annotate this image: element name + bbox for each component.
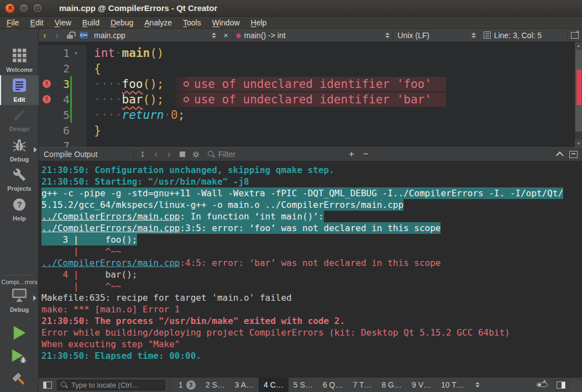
filter-input[interactable] [218,150,279,159]
file-link[interactable]: ../CompilerErrors/main.cpp [41,258,180,268]
editor-line-3[interactable]: ! 3 ····foo(); use of undeclared identif… [39,76,574,92]
code-line[interactable] [87,138,94,147]
maximize-window-icon[interactable] [33,3,43,13]
output-pane-button-6[interactable]: 6 Q… [318,378,348,392]
run-button[interactable] [0,325,39,343]
code-line[interactable]: { [87,61,101,76]
error-marker-icon[interactable]: ! [43,80,51,88]
build-button[interactable] [0,372,39,389]
panes-overflow-icon[interactable] [473,382,483,388]
back-icon[interactable]: ‹ [39,30,51,40]
previous-item-icon[interactable]: ‹ [149,149,162,160]
code-line[interactable]: int·main() [87,45,164,61]
output-pane-button-8[interactable]: 8 G… [376,378,407,392]
close-window-icon[interactable]: ✕ [5,3,15,13]
toggle-right-sidebar-icon[interactable] [557,381,565,389]
forward-icon[interactable]: › [51,30,63,40]
code-line[interactable]: ····return·0; [87,107,185,123]
resize-grip[interactable] [570,380,582,392]
code-line[interactable]: ····bar(); [87,92,164,107]
editor-line-5[interactable]: 5 ····return·0; [39,107,574,123]
dock-pane-icon[interactable] [569,151,578,158]
file-link[interactable]: ../CompilerErrors/main.cpp [41,211,180,222]
next-item-icon[interactable]: › [162,149,176,160]
fold-marker-icon[interactable]: ▾ [74,45,78,61]
settings-gear-icon[interactable] [189,149,202,160]
output-pane-button-7[interactable]: 7 T… [348,378,376,392]
gutter[interactable]: 5 [39,107,87,123]
changed-line-bar [70,76,72,92]
sidebar-mode-help[interactable]: ? Help [0,195,39,224]
filter-field[interactable] [207,150,279,159]
editor-line-2[interactable]: 2 { [39,61,574,76]
output-pane-button-2[interactable]: 2 S… [201,378,230,392]
line-ending-selector[interactable]: Unix (LF) [393,31,468,40]
scroll-down-icon[interactable]: ▼ [575,140,582,147]
split-editor-icon[interactable] [571,32,579,39]
menu-window[interactable]: Window [207,17,245,29]
gutter[interactable]: 7 [39,138,87,147]
output-pane-button-9[interactable]: 9 V… [407,378,436,392]
code-editor[interactable]: 1 ▾ int·main() 2 { ! 3 ····foo(); use of… [39,42,582,147]
close-document-icon[interactable]: × [219,30,233,40]
output-text: 21:30:50: Starting: "/usr/bin/make" -j8 [41,176,249,187]
scroll-up-icon[interactable]: ▲ [575,42,582,49]
menu-tools[interactable]: Tools [177,17,207,29]
sidebar-mode-design[interactable]: Design [0,105,39,135]
build-progress-icon[interactable] [537,383,548,387]
sidebar-mode-debug[interactable]: Debug [0,135,39,165]
editor-line-7[interactable]: 7 [39,138,574,147]
menu-file[interactable]: File [1,17,25,29]
output-pane-button-5[interactable]: 5 S… [289,378,318,392]
menu-edit[interactable]: Edit [25,17,49,29]
menu-view[interactable]: View [49,17,77,29]
code-line[interactable]: ····foo(); [87,76,164,92]
sidebar-mode-projects[interactable]: Projects [0,165,39,195]
zoom-out-icon[interactable]: − [359,149,373,160]
cancel-build-icon[interactable] [176,149,189,160]
gutter[interactable]: ! 3 [39,76,87,92]
locator-input[interactable] [71,381,160,389]
gutter[interactable]: 1 ▾ [39,45,87,61]
output-line: When executing step "Make" [41,338,582,350]
code-line[interactable]: } [87,123,101,138]
sidebar-mode-edit[interactable]: Edit [0,75,39,105]
symbol-dropdown-icon[interactable] [382,33,392,38]
compile-output[interactable]: 21:30:50: Configuration unchanged, skipp… [39,161,582,377]
editor-line-1[interactable]: 1 ▾ int·main() [39,45,574,61]
maximize-pane-icon[interactable] [556,151,564,159]
output-pane-button-3[interactable]: 3 A… [230,378,259,392]
pane-label: 7 T… [353,380,371,389]
locator-field[interactable] [57,380,165,390]
unlock-icon[interactable] [63,30,77,41]
help-icon: ? [13,198,26,213]
gutter[interactable]: 6 [39,123,87,138]
editor-scrollbar[interactable]: ▲ ▼ [574,42,582,147]
document-dropdown-icon[interactable] [209,33,219,38]
open-document-name[interactable]: main.cpp [91,31,209,40]
menu-debug[interactable]: Debug [105,17,139,29]
file-link[interactable]: ../CompilerErrors/main.cpp [41,223,180,233]
output-pane-button-1[interactable]: 1 3 [174,378,201,392]
minimize-window-icon[interactable]: − [19,3,29,13]
current-symbol[interactable]: main() -> int [244,31,383,40]
debug-run-button[interactable] [0,348,39,366]
editor-line-6[interactable]: 6 } [39,123,574,138]
gutter[interactable]: 2 [39,61,87,76]
code-token: return [122,108,164,122]
editor-line-4[interactable]: ! 4 ····bar(); use of undeclared identif… [39,92,574,107]
menu-analyze[interactable]: Analyze [139,17,177,29]
sidebar-mode-welcome[interactable]: Welcome [0,45,39,75]
kit-selector[interactable]: Debug [0,288,39,313]
scroll-to-bottom-icon[interactable]: ↧ [136,149,149,160]
zoom-in-icon[interactable]: + [344,149,359,160]
gutter[interactable]: ! 4 [39,92,87,107]
output-pane-button-4[interactable]: 4 C… [259,378,289,392]
error-marker-icon[interactable]: ! [43,95,51,103]
menu-build[interactable]: Build [77,17,105,29]
line-ending-dropdown-icon[interactable] [469,33,479,38]
output-pane-button-1[interactable]: 10 T… [436,378,469,392]
toggle-left-sidebar-icon[interactable] [43,381,52,389]
pane-label: 6 Q… [323,380,343,389]
menu-help[interactable]: Help [245,17,272,29]
